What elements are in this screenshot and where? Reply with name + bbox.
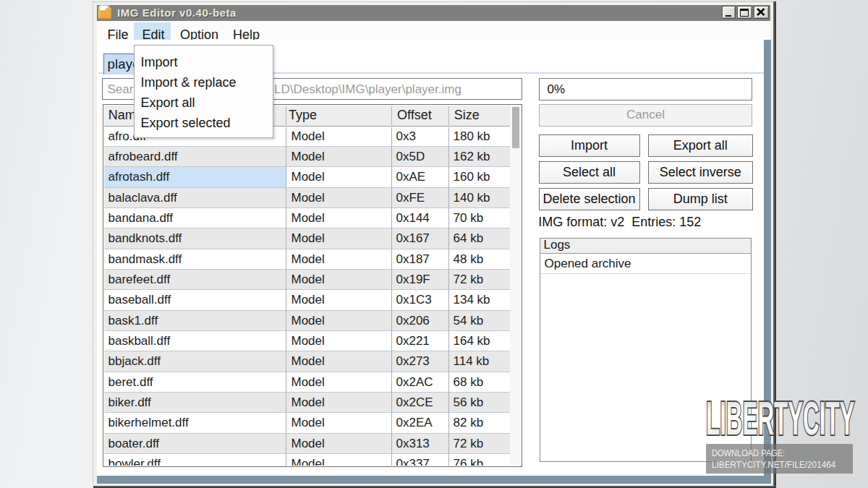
svg-text:LIBERTYCITY: LIBERTYCITY — [706, 398, 855, 440]
